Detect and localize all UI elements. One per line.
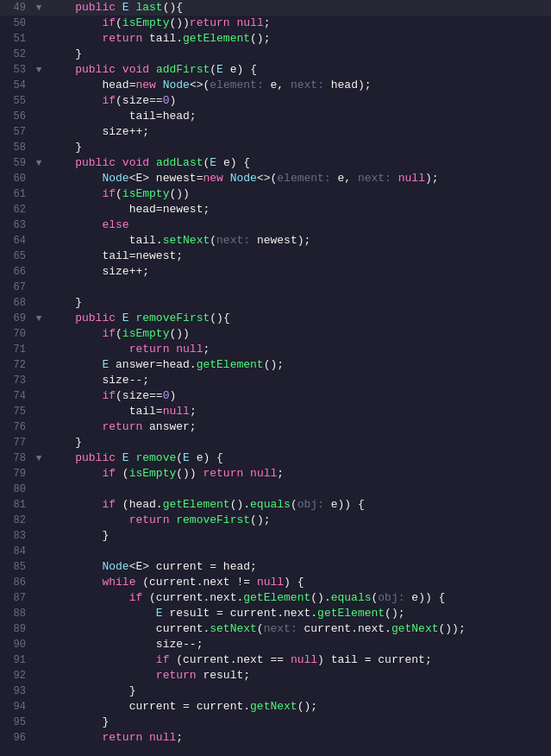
table-row: 54 head=new Node<>(element: e, next: hea… bbox=[0, 78, 551, 93]
line-number: 73 bbox=[0, 375, 33, 387]
table-row: 79 if (isEmpty()) return null; bbox=[0, 466, 551, 482]
line-number: 50 bbox=[0, 17, 33, 29]
table-row: 95 } bbox=[0, 715, 551, 730]
table-row: 77 } bbox=[0, 435, 551, 450]
line-number: 92 bbox=[0, 670, 33, 682]
table-row: 82 return removeFirst(); bbox=[0, 513, 551, 528]
table-row: 70 if(isEmpty()) bbox=[0, 326, 551, 342]
table-row: 81 if (head.getElement().equals(obj: e))… bbox=[0, 497, 551, 513]
line-content: } bbox=[45, 528, 551, 544]
code-editor: 49▼ public E last(){50 if(isEmpty())retu… bbox=[0, 0, 551, 756]
table-row: 78▼ public E remove(E e) { bbox=[0, 450, 551, 466]
line-number: 49 bbox=[0, 2, 33, 14]
table-row: 93 } bbox=[0, 684, 551, 699]
line-number: 91 bbox=[0, 654, 33, 666]
table-row: 76 return answer; bbox=[0, 419, 551, 435]
line-number: 86 bbox=[0, 576, 33, 589]
line-content: while (current.next != null) { bbox=[45, 575, 551, 590]
line-content: Node<E> current = head; bbox=[45, 559, 551, 575]
line-content: } bbox=[45, 435, 551, 450]
line-number: 68 bbox=[0, 297, 33, 309]
line-content: if(size==0) bbox=[45, 93, 551, 109]
table-row: 90 size--; bbox=[0, 637, 551, 652]
line-number: 77 bbox=[0, 437, 33, 449]
table-row: 56 tail=head; bbox=[0, 109, 551, 124]
line-content: } bbox=[45, 295, 551, 311]
table-row: 63 else bbox=[0, 217, 551, 233]
line-content: } bbox=[45, 684, 551, 699]
line-number: 59 bbox=[0, 157, 33, 169]
fold-button[interactable]: ▼ bbox=[33, 65, 45, 75]
line-content: if (isEmpty()) return null; bbox=[45, 466, 551, 482]
line-content: size--; bbox=[45, 637, 551, 652]
line-number: 52 bbox=[0, 48, 33, 60]
line-number: 64 bbox=[0, 235, 33, 247]
line-number: 96 bbox=[0, 732, 33, 744]
line-content: return result; bbox=[45, 668, 551, 684]
line-content: if(isEmpty()) bbox=[45, 186, 551, 202]
table-row: 50 if(isEmpty())return null; bbox=[0, 16, 551, 31]
line-number: 95 bbox=[0, 716, 33, 728]
table-row: 74 if(size==0) bbox=[0, 388, 551, 404]
table-row: 60 Node<E> newest=new Node<>(element: e,… bbox=[0, 171, 551, 186]
line-number: 61 bbox=[0, 188, 33, 200]
line-number: 81 bbox=[0, 499, 33, 511]
fold-button[interactable]: ▼ bbox=[33, 313, 45, 324]
line-content: public void addFirst(E e) { bbox=[45, 62, 551, 78]
table-row: 87 if (current.next.getElement().equals(… bbox=[0, 590, 551, 606]
table-row: 73 size--; bbox=[0, 373, 551, 388]
table-row: 58 } bbox=[0, 140, 551, 155]
table-row: 91 if (current.next == null) tail = curr… bbox=[0, 652, 551, 668]
line-content: else bbox=[45, 217, 551, 233]
line-number: 76 bbox=[0, 421, 33, 433]
line-number: 65 bbox=[0, 250, 33, 262]
table-row: 59▼ public void addLast(E e) { bbox=[0, 155, 551, 171]
line-number: 69 bbox=[0, 312, 33, 324]
table-row: 69▼ public E removeFirst(){ bbox=[0, 311, 551, 326]
line-content: public E remove(E e) { bbox=[45, 450, 551, 466]
line-number: 57 bbox=[0, 126, 33, 138]
line-content: if(size==0) bbox=[45, 388, 551, 404]
line-content: } bbox=[45, 715, 551, 730]
table-row: 72 E answer=head.getElement(); bbox=[0, 357, 551, 373]
line-content: return removeFirst(); bbox=[45, 513, 551, 528]
table-row: 49▼ public E last(){ bbox=[0, 0, 551, 16]
table-row: 92 return result; bbox=[0, 668, 551, 684]
line-content: return tail.getElement(); bbox=[45, 31, 551, 47]
line-number: 63 bbox=[0, 219, 33, 231]
line-content: public E removeFirst(){ bbox=[45, 311, 551, 326]
fold-button[interactable]: ▼ bbox=[33, 158, 45, 168]
line-content: if(isEmpty())return null; bbox=[45, 16, 551, 31]
table-row: 68 } bbox=[0, 295, 551, 311]
line-content: public E last(){ bbox=[45, 0, 551, 16]
table-row: 80 bbox=[0, 482, 551, 497]
table-row: 88 E result = current.next.getElement(); bbox=[0, 606, 551, 621]
line-number: 74 bbox=[0, 390, 33, 402]
fold-button[interactable]: ▼ bbox=[33, 3, 45, 13]
line-number: 94 bbox=[0, 701, 33, 713]
line-content: Node<E> newest=new Node<>(element: e, ne… bbox=[45, 171, 551, 186]
line-content: tail=head; bbox=[45, 109, 551, 124]
line-content: public void addLast(E e) { bbox=[45, 155, 551, 171]
table-row: 62 head=newest; bbox=[0, 202, 551, 217]
line-content: head=newest; bbox=[45, 202, 551, 217]
line-content: if (head.getElement().equals(obj: e)) { bbox=[45, 497, 551, 513]
table-row: 67 bbox=[0, 280, 551, 295]
line-number: 70 bbox=[0, 328, 33, 340]
fold-button[interactable]: ▼ bbox=[33, 453, 45, 463]
line-content: if(isEmpty()) bbox=[45, 326, 551, 342]
line-number: 85 bbox=[0, 561, 33, 573]
line-number: 55 bbox=[0, 95, 33, 107]
table-row: 86 while (current.next != null) { bbox=[0, 575, 551, 590]
table-row: 96 return null; bbox=[0, 730, 551, 746]
table-row: 61 if(isEmpty()) bbox=[0, 186, 551, 202]
table-row: 52 } bbox=[0, 47, 551, 62]
table-row: 94 current = current.getNext(); bbox=[0, 699, 551, 715]
line-content: if (current.next == null) tail = current… bbox=[45, 652, 551, 668]
line-content: E result = current.next.getElement(); bbox=[45, 606, 551, 621]
line-number: 93 bbox=[0, 685, 33, 697]
line-content: size--; bbox=[45, 373, 551, 388]
line-content: } bbox=[45, 140, 551, 155]
table-row: 51 return tail.getElement(); bbox=[0, 31, 551, 47]
line-content: return answer; bbox=[45, 419, 551, 435]
